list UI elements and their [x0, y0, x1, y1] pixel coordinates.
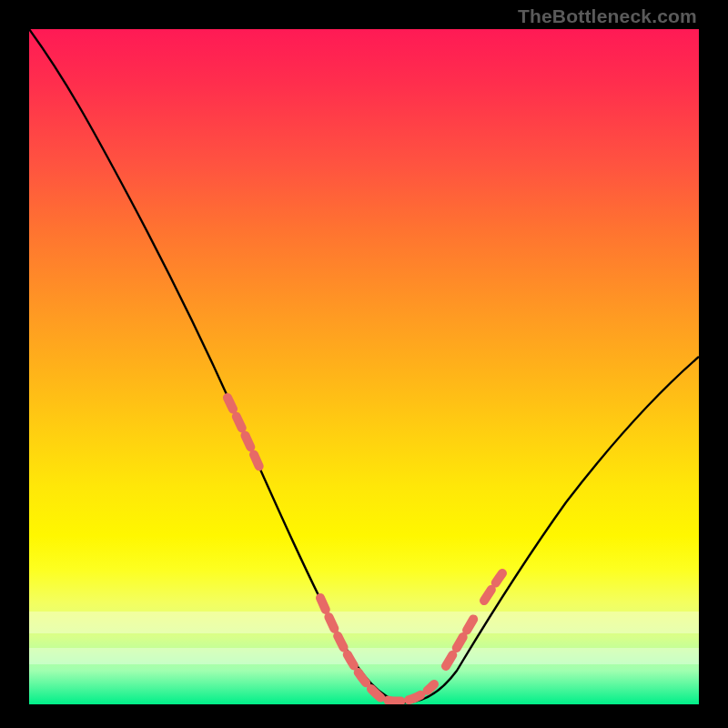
segment-right-a: [446, 613, 477, 666]
segment-trough: [320, 598, 434, 702]
segment-left-upper: [228, 398, 262, 473]
segment-right-b: [484, 573, 502, 601]
attribution-label: TheBottleneck.com: [518, 5, 697, 27]
chart-frame: TheBottleneck.com: [0, 0, 728, 728]
bottleneck-curve: [29, 29, 699, 703]
plot-area: [29, 29, 699, 704]
highlight-segments: [228, 398, 502, 702]
curve-layer: [29, 29, 699, 704]
